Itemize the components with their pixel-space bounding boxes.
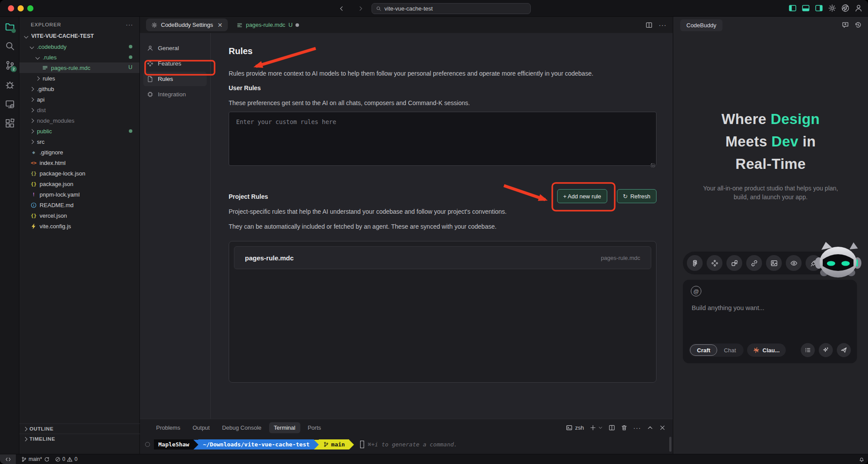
new-terminal-button[interactable] (590, 424, 603, 431)
file-json-dim-icon: {} (30, 170, 37, 177)
search-input[interactable] (384, 5, 526, 12)
tree-item-pnpm-lock.yaml[interactable]: !pnpm-lock.yaml (19, 189, 139, 200)
activity-item-search[interactable] (0, 36, 19, 55)
tree-item-package.json[interactable]: {}package.json (19, 179, 139, 189)
tree-root[interactable]: VITE-VUE-CACHE-TEST (19, 31, 139, 41)
tree-item-README.md[interactable]: README.md (19, 200, 139, 210)
tree-item-.codebuddy[interactable]: .codebuddy (19, 41, 139, 52)
terminal-tab-problems[interactable]: Problems (151, 422, 185, 433)
project-rules-desc-2: They can be automatically included or fe… (229, 223, 656, 230)
panel-bottom-icon[interactable] (802, 4, 810, 12)
enhance-button[interactable] (819, 343, 833, 357)
terminal-tab-debug-console[interactable]: Debug Console (217, 422, 266, 433)
tab-pages-rule[interactable]: pages-rule.mdc U (231, 18, 304, 31)
terminal-more-icon[interactable]: ··· (633, 424, 641, 431)
tree-item-dist[interactable]: dist (19, 105, 139, 115)
model-selector[interactable]: Clau... (747, 343, 786, 357)
tree-item-.gitignore[interactable]: ◆.gitignore (19, 147, 139, 157)
settings-nav-general[interactable]: General (143, 41, 207, 55)
history-forward-icon[interactable] (355, 4, 364, 13)
tree-item-node_modules[interactable]: node_modules (19, 115, 139, 126)
send-button[interactable] (837, 343, 851, 357)
settings-nav-features[interactable]: Features (143, 56, 207, 71)
terminal-tab-ports[interactable]: Ports (303, 422, 326, 433)
refresh-button[interactable]: ↻Refresh (617, 189, 656, 203)
features-button[interactable] (707, 255, 722, 271)
section-timeline[interactable]: TIMELINE (19, 434, 140, 444)
shell-selector[interactable]: zsh (566, 424, 584, 431)
account-icon[interactable] (854, 4, 863, 12)
section-outline[interactable]: OUTLINE (19, 424, 140, 434)
activity-item-source-control[interactable]: 2 (0, 55, 19, 75)
new-chat-icon[interactable] (842, 21, 849, 29)
maximize-window-button[interactable] (27, 5, 33, 11)
command-search-box[interactable] (372, 3, 531, 14)
eye-button[interactable] (786, 255, 802, 271)
tree-item-.github[interactable]: .github (19, 84, 139, 94)
panel-right-icon[interactable] (815, 4, 823, 12)
tree-item-src[interactable]: src (19, 136, 139, 147)
rule-list-item[interactable]: pages-rule.mdc pages-rule.mdc (234, 246, 651, 269)
chat-placeholder: Build anything you want... (692, 304, 764, 311)
tasks-button[interactable] (801, 343, 815, 357)
tree-item-vercel.json[interactable]: {}vercel.json (19, 210, 139, 221)
mode-craft[interactable]: Craft (690, 344, 717, 356)
mode-chat[interactable]: Chat (717, 344, 742, 356)
tree-item-vite.config.js[interactable]: vite.config.js (19, 221, 139, 231)
bell-icon[interactable] (859, 457, 864, 462)
close-tab-icon[interactable]: ✕ (218, 22, 223, 29)
editor-more-icon[interactable]: ··· (659, 21, 667, 29)
problems-status[interactable]: 0 0 (55, 456, 77, 462)
tree-item-public[interactable]: public (19, 126, 139, 136)
split-editor-icon[interactable] (646, 22, 653, 29)
tree-item-index.html[interactable]: <>index.html (19, 157, 139, 168)
tree-item-.rules[interactable]: .rules (19, 52, 139, 62)
activity-item-extensions[interactable] (0, 113, 19, 133)
activity-item-run-debug[interactable] (0, 75, 19, 94)
textarea-resize-grip[interactable] (651, 163, 655, 168)
blocks-button[interactable] (726, 255, 742, 271)
settings-nav-rules[interactable]: Rules (143, 72, 207, 86)
gear-icon[interactable] (828, 4, 836, 12)
close-panel-icon[interactable] (659, 424, 666, 431)
tree-item-api[interactable]: api (19, 94, 139, 105)
git-modified-dot (129, 129, 132, 133)
tab-codebuddy-settings[interactable]: CodeBuddy Settings ✕ (146, 18, 228, 31)
add-new-rule-button[interactable]: + Add new rule (557, 189, 607, 203)
panel-left-icon[interactable] (788, 4, 797, 12)
mention-icon[interactable]: @ (691, 286, 701, 296)
prompt-path: ~/Downloads/vite-vue-cache-test (198, 439, 314, 449)
terminal-prompt[interactable]: MapleShaw ~/Downloads/vite-vue-cache-tes… (144, 439, 457, 449)
history-icon[interactable] (854, 21, 862, 29)
chevron-right-icon (30, 87, 34, 91)
close-window-button[interactable] (8, 5, 14, 11)
figma-button[interactable] (687, 255, 703, 271)
remote-indicator[interactable] (0, 454, 16, 464)
chevron-up-icon[interactable] (647, 424, 653, 431)
settings-nav-integration[interactable]: Integration (143, 87, 207, 102)
custom-rules-textarea[interactable] (229, 112, 656, 166)
explorer-more-icon[interactable]: ··· (126, 21, 133, 28)
minimize-window-button[interactable] (18, 5, 24, 11)
chat-input-card[interactable]: @ Build anything you want... CraftChat C… (683, 280, 857, 363)
codebuddy-tab[interactable]: CodeBuddy (680, 19, 722, 31)
trash-icon[interactable] (621, 424, 627, 431)
tree-item-pages-rule.mdc[interactable]: pages-rule.mdcU (19, 62, 139, 73)
history-back-icon[interactable] (338, 4, 346, 13)
chevron-right-icon (30, 97, 34, 102)
tree-item-package-lock.json[interactable]: {}package-lock.json (19, 168, 139, 179)
activity-item-remote-explorer[interactable] (0, 94, 19, 113)
terminal-tab-output[interactable]: Output (188, 422, 215, 433)
browser-icon[interactable] (841, 4, 850, 12)
link-button[interactable] (746, 255, 762, 271)
split-terminal-icon[interactable] (609, 424, 615, 431)
terminal-tab-terminal[interactable]: Terminal (269, 422, 300, 433)
terminal-cursor (360, 441, 364, 448)
tree-item-rules[interactable]: rules (19, 73, 139, 84)
terminal-scrollbar[interactable] (669, 437, 671, 452)
branch-status[interactable]: main* (21, 456, 50, 462)
image-button[interactable] (766, 255, 782, 271)
activity-item-explorer[interactable] (0, 17, 19, 36)
file-nav-icon (147, 76, 153, 82)
tree-item-label: pnpm-lock.yaml (40, 191, 80, 198)
